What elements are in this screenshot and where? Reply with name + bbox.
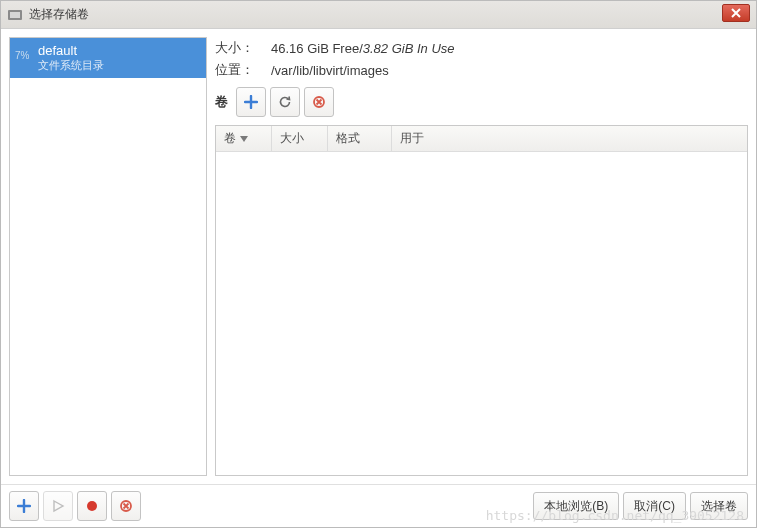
content-pane: 大小： 46.16 GiB Free / 3.82 GiB In Use 位置：… [215, 37, 748, 476]
pool-list[interactable]: 7% default 文件系统目录 [9, 37, 207, 476]
browse-local-button[interactable]: 本地浏览(B) [533, 492, 619, 520]
column-format[interactable]: 格式 [328, 126, 392, 151]
pool-item-default[interactable]: 7% default 文件系统目录 [10, 38, 206, 78]
size-in-use: 3.82 GiB In Use [363, 41, 455, 56]
svg-rect-1 [10, 12, 20, 18]
cancel-button[interactable]: 取消(C) [623, 492, 686, 520]
main-area: 7% default 文件系统目录 大小： 46.16 GiB Free / 3… [1, 29, 756, 484]
size-free: 46.16 GiB Free [271, 41, 359, 56]
add-pool-button[interactable] [9, 491, 39, 521]
volume-table[interactable]: 卷 大小 格式 用于 [215, 125, 748, 476]
sort-desc-icon [240, 136, 248, 142]
window-title: 选择存储卷 [29, 6, 89, 23]
svg-point-3 [87, 501, 97, 511]
size-label: 大小： [215, 39, 271, 57]
close-button[interactable] [722, 4, 750, 22]
size-row: 大小： 46.16 GiB Free / 3.82 GiB In Use [215, 37, 748, 59]
location-value: /var/lib/libvirt/images [271, 63, 389, 78]
app-icon [7, 7, 23, 23]
footer: 本地浏览(B) 取消(C) 选择卷 https://blog.csdn.net/… [1, 484, 756, 527]
delete-volume-button[interactable] [304, 87, 334, 117]
volume-toolbar-label: 卷 [215, 93, 228, 111]
column-size[interactable]: 大小 [272, 126, 328, 151]
titlebar: 选择存储卷 [1, 1, 756, 29]
column-used-for[interactable]: 用于 [392, 126, 747, 151]
volume-toolbar: 卷 [215, 87, 748, 117]
refresh-volumes-button[interactable] [270, 87, 300, 117]
add-volume-button[interactable] [236, 87, 266, 117]
pool-name: default [16, 43, 200, 58]
volume-table-header: 卷 大小 格式 用于 [216, 126, 747, 152]
location-label: 位置： [215, 61, 271, 79]
delete-pool-button[interactable] [111, 491, 141, 521]
location-row: 位置： /var/lib/libvirt/images [215, 59, 748, 81]
storage-dialog: 选择存储卷 7% default 文件系统目录 大小： 46.16 GiB Fr… [0, 0, 757, 528]
pool-type: 文件系统目录 [16, 58, 200, 73]
pool-usage-pct: 7% [15, 50, 29, 61]
start-pool-button[interactable] [43, 491, 73, 521]
stop-pool-button[interactable] [77, 491, 107, 521]
column-volume[interactable]: 卷 [216, 126, 272, 151]
choose-volume-button[interactable]: 选择卷 [690, 492, 748, 520]
